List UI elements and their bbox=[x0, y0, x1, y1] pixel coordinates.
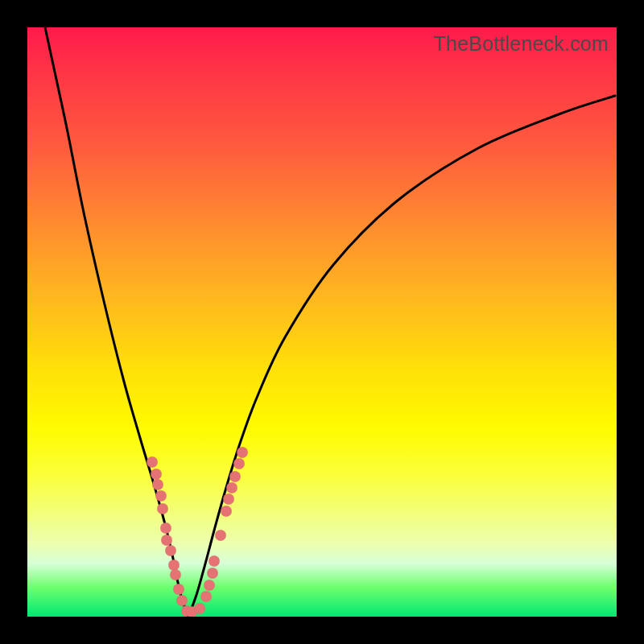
curve-right-branch bbox=[188, 96, 615, 617]
data-marker bbox=[237, 448, 248, 458]
data-marker bbox=[234, 459, 245, 469]
data-marker bbox=[195, 604, 205, 614]
data-marker bbox=[174, 584, 184, 595]
data-marker bbox=[162, 535, 172, 546]
data-marker bbox=[166, 546, 176, 556]
data-marker bbox=[151, 469, 162, 480]
data-marker bbox=[216, 530, 226, 541]
plot-area: TheBottleneck.com bbox=[27, 27, 617, 617]
watermark-text: TheBottleneck.com bbox=[434, 32, 609, 56]
data-marker bbox=[204, 580, 215, 591]
data-marker bbox=[161, 523, 171, 534]
data-marker bbox=[169, 560, 180, 571]
data-marker bbox=[224, 494, 234, 505]
data-marker bbox=[209, 556, 220, 567]
curve-svg bbox=[27, 27, 617, 617]
data-marker bbox=[227, 483, 237, 493]
data-marker bbox=[177, 596, 188, 606]
chart-frame: TheBottleneck.com bbox=[0, 0, 644, 644]
data-marker bbox=[158, 504, 168, 514]
data-marker bbox=[208, 568, 218, 579]
data-marker bbox=[156, 491, 167, 502]
data-marker bbox=[153, 480, 163, 490]
data-marker bbox=[201, 592, 212, 602]
data-marker bbox=[147, 457, 158, 468]
data-marker bbox=[221, 506, 232, 517]
data-marker bbox=[230, 472, 241, 482]
data-marker bbox=[171, 570, 181, 580]
